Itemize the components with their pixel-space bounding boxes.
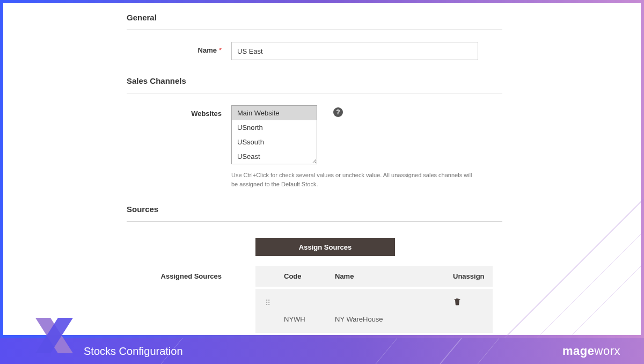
- websites-option[interactable]: USeast: [232, 149, 317, 164]
- table-cell-code: NYWH: [274, 310, 325, 334]
- footer-bar: Stocks Configuration mageworx: [0, 338, 644, 364]
- sales-channels-section-title: Sales Channels: [127, 76, 502, 93]
- websites-option[interactable]: USsouth: [232, 135, 317, 149]
- footer-title: Stocks Configuration: [84, 345, 183, 358]
- websites-option[interactable]: USnorth: [232, 120, 317, 135]
- websites-option[interactable]: Main Website: [232, 106, 317, 120]
- table-header-unassign: Unassign: [443, 266, 493, 288]
- general-section-title: General: [127, 13, 502, 30]
- websites-multiselect[interactable]: Main Website USnorth USsouth USeast: [231, 105, 317, 164]
- table-header-name: Name: [325, 266, 443, 288]
- assign-sources-button[interactable]: Assign Sources: [255, 238, 395, 256]
- spacer: [127, 238, 231, 242]
- svg-line-6: [376, 338, 397, 364]
- sources-section-title: Sources: [127, 205, 502, 222]
- drag-handle-icon[interactable]: ⠿: [265, 299, 270, 307]
- table-cell-name: NY WareHouse: [325, 310, 443, 334]
- footer-brand: mageworx: [562, 344, 620, 358]
- websites-label: Websites: [127, 105, 231, 118]
- trash-icon[interactable]: [453, 300, 462, 308]
- name-label: Name*: [127, 42, 231, 54]
- websites-hint: Use Ctrl+Click for check several values …: [231, 171, 475, 188]
- assigned-sources-label: Assigned Sources: [127, 266, 231, 280]
- help-icon[interactable]: ?: [333, 107, 343, 117]
- table-header-code: Code: [274, 266, 325, 288]
- name-input[interactable]: [231, 42, 478, 60]
- svg-line-7: [440, 338, 462, 364]
- required-star: *: [219, 46, 222, 54]
- table-row: ⠿: [255, 334, 493, 335]
- assigned-sources-table: Code Name Unassign ⠿: [255, 266, 493, 335]
- svg-line-8: [478, 338, 499, 364]
- table-row: ⠿: [255, 288, 493, 310]
